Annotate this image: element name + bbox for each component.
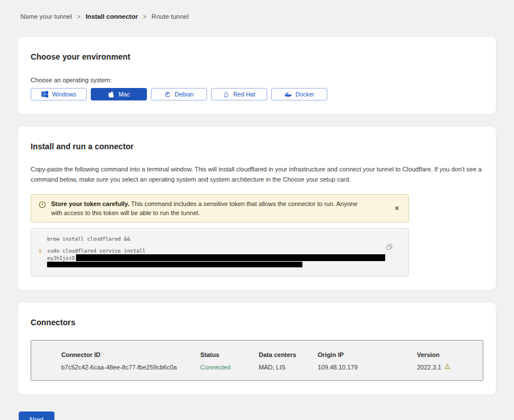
copy-icon [386,243,393,252]
connectors-card-title: Connectors [31,318,483,327]
col-header-data-centers: Data centers [259,351,318,358]
os-button-redhat[interactable]: Red Hat [211,88,267,100]
choose-environment-card: Choose your environment Choose an operat… [18,36,496,115]
os-button-label: Windows [52,91,77,98]
install-connector-card: Install and run a connector Copy-paste t… [18,126,496,291]
redacted-token-bar [76,254,385,261]
alert-title: Store your token carefully. [51,200,129,207]
connectors-table-header: Connector ID Status Data centers Origin … [61,351,477,358]
col-header-version: Version [417,351,477,358]
breadcrumb-separator: > [143,13,146,20]
shell-prompt: $ [39,248,41,254]
os-button-debian[interactable]: Debian [151,88,207,100]
redacted-token-bar [47,262,302,267]
os-button-group: Windows Mac Debian Red Hat Docker [31,88,483,100]
os-button-windows[interactable]: Windows [31,88,87,100]
os-button-docker[interactable]: Docker [271,88,327,100]
code-line-brew: brew install cloudflared && [47,236,386,242]
os-select-label: Choose an operating system: [31,77,483,83]
alert-text: Store your token carefully. This command… [51,199,369,217]
os-button-label: Mac [119,91,130,98]
breadcrumb-route-tunnel[interactable]: Route tunnel [151,13,188,20]
token-warning-alert: Store your token carefully. This command… [31,194,409,222]
connector-data-centers-value: MAD, LIS [259,364,318,371]
version-warning-icon [444,363,450,371]
col-header-connector-id: Connector ID [61,351,200,358]
copy-command-button[interactable] [385,242,394,253]
install-card-title: Install and run a connector [31,142,483,151]
docker-icon [284,91,292,98]
breadcrumb-install-connector[interactable]: Install connector [86,13,138,20]
debian-icon [165,91,171,98]
token-prefix: eyJhIjoiO [47,255,75,261]
connector-row: b7c52c42-6caa-48ee-8c77-fbe259cb6c0a Con… [61,363,477,371]
os-button-label: Docker [296,91,314,98]
connector-origin-ip-value: 109.48.10.179 [318,364,417,371]
breadcrumb-separator: > [77,13,81,20]
connector-version-value: 2022.3.1 [417,363,477,371]
os-button-label: Red Hat [233,91,255,98]
code-line-token: eyJhIjoiO [47,254,386,262]
os-button-label: Debian [175,91,193,98]
breadcrumb: Name your tunnel > Install connector > R… [20,13,496,20]
next-button[interactable]: Next [19,411,54,420]
environment-card-title: Choose your environment [31,52,483,61]
connectors-card: Connectors Connector ID Status Data cent… [18,302,496,395]
connector-id-value: b7c52c42-6caa-48ee-8c77-fbe259cb6c0a [61,364,200,371]
connector-status-value: Connected [200,364,259,371]
apple-icon [108,91,115,98]
connectors-table: Connector ID Status Data centers Origin … [31,340,483,381]
install-command-codeblock: brew install cloudflared && $sudo cloudf… [31,228,409,276]
col-header-origin-ip: Origin IP [318,351,417,358]
code-line-sudo: $sudo cloudflared service install [47,248,386,254]
col-header-status: Status [200,351,259,358]
code-line-token-2 [47,262,386,268]
alert-close-button[interactable]: × [393,204,401,213]
info-icon [39,200,46,211]
os-button-mac[interactable]: Mac [91,88,147,100]
breadcrumb-name-your-tunnel[interactable]: Name your tunnel [20,13,72,20]
windows-icon [41,91,48,98]
install-description: Copy-paste the following command into a … [31,164,483,184]
redhat-icon [223,91,229,98]
